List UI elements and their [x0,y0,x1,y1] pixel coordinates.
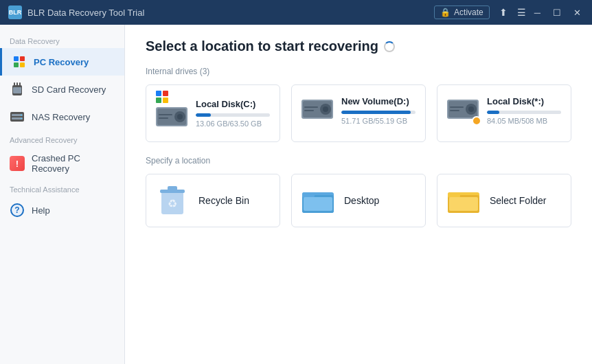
sidebar: Data Recovery PC Recovery [0,25,125,364]
drive-card-local-disk-star[interactable]: Local Disk(*:) 84.05 MB/508 MB [437,84,571,142]
drive-size-c: 13.06 GB/63.50 GB [196,120,270,128]
drives-grid: Local Disk(C:) 13.06 GB/63.50 GB [146,84,571,142]
svg-point-9 [21,118,22,120]
svg-rect-39 [449,197,478,211]
location-card-desktop[interactable]: Desktop [291,174,426,227]
crashed-pc-icon: ! [10,156,25,171]
svg-rect-26 [450,106,464,108]
nas-icon [10,109,25,124]
drive-icon-area-star [447,98,479,123]
sd-card-recovery-label: SD Card Recovery [32,84,106,95]
select-folder-label: Select Folder [490,195,546,206]
crashed-pc-recovery-label: Crashed PC Recovery [32,153,115,174]
sidebar-item-crashed-pc-recovery[interactable]: ! Crashed PC Recovery [0,147,124,180]
location-grid: ♻ Recycle Bin Desktop [146,174,571,227]
drive-usage-fill-c [196,113,211,117]
recycle-bin-label: Recycle Bin [198,195,249,206]
svg-rect-35 [304,197,332,211]
minimize-button[interactable]: ─ [532,8,543,18]
title-bar-actions: 🔒 Activate ⬆ ☰ [434,5,526,19]
drive-name-d: New Volume(D:) [341,96,415,106]
svg-rect-1 [14,82,15,87]
specify-location-label: Specify a location [146,156,571,166]
sidebar-section-data-recovery: Data Recovery [0,32,124,48]
sd-card-icon [10,82,25,97]
page-title: Select a location to start recovering [146,38,571,54]
svg-point-8 [21,115,22,116]
svg-rect-4 [13,87,21,93]
svg-rect-27 [450,110,459,111]
sidebar-section-advanced-recovery: Advanced Recovery [0,130,124,147]
svg-rect-30 [168,186,177,191]
hdd-icon-c [156,106,187,128]
drive-card-local-disk-c[interactable]: Local Disk(C:) 13.06 GB/63.50 GB [146,84,280,142]
yellow-dot-indicator [472,116,481,126]
desktop-folder-icon [301,185,334,216]
help-icon: ? [10,203,25,218]
svg-point-19 [323,106,328,112]
drive-info-star: Local Disk(*:) 84.05 MB/508 MB [487,96,561,125]
sidebar-item-nas-recovery[interactable]: NAS Recovery [0,103,124,130]
app-logo: BLR [8,5,22,19]
app-body: Data Recovery PC Recovery [0,25,592,364]
pc-icon [12,54,27,69]
title-bar: BLR BLR Data Recovery Tool Trial 🔒 Activ… [0,0,592,25]
pc-recovery-label: PC Recovery [34,57,89,67]
help-label: Help [32,205,50,216]
activate-button[interactable]: 🔒 Activate [434,5,490,19]
location-card-recycle-bin[interactable]: ♻ Recycle Bin [146,174,280,227]
app-title: BLR Data Recovery Tool Trial [27,8,434,18]
loading-spinner [384,41,395,52]
svg-rect-21 [304,110,314,111]
svg-rect-34 [302,192,315,198]
main-content: Select a location to start recovering In… [125,25,592,364]
internal-drives-label: Internal drives (3) [146,67,571,76]
drive-usage-bar-c [196,113,270,117]
drive-card-new-volume-d[interactable]: New Volume(D:) 51.71 GB/55.19 GB [291,84,426,142]
activate-label: Activate [454,8,483,17]
drive-usage-fill-d [341,111,411,114]
drive-icon-area-c [156,96,187,130]
svg-point-25 [468,106,474,112]
sidebar-section-technical-assistance: Technical Assistance [0,180,124,196]
drive-icon-area-d [301,98,333,123]
svg-rect-3 [19,82,21,87]
hdd-icon-d [301,98,333,120]
select-folder-icon [447,185,480,216]
window-controls: ─ ☐ ✕ [532,8,584,18]
sidebar-item-sd-card-recovery[interactable]: SD Card Recovery [0,76,124,103]
drive-name-c: Local Disk(C:) [196,99,270,109]
svg-text:♻: ♻ [168,198,177,209]
lock-icon: 🔒 [440,8,451,17]
svg-rect-14 [159,114,172,115]
svg-rect-38 [448,192,460,198]
svg-rect-5 [10,112,24,122]
drive-info-c: Local Disk(C:) 13.06 GB/63.50 GB [196,99,270,128]
svg-point-13 [177,114,183,120]
svg-rect-20 [304,106,318,108]
svg-rect-2 [16,82,18,87]
drive-size-d: 51.71 GB/55.19 GB [341,117,415,125]
drive-info-d: New Volume(D:) 51.71 GB/55.19 GB [341,96,415,125]
logo-text: BLR [9,9,22,16]
sidebar-item-help[interactable]: ? Help [0,196,124,224]
upload-icon[interactable]: ⬆ [499,7,508,18]
page-title-text: Select a location to start recovering [146,38,378,54]
svg-rect-15 [159,117,168,119]
recycle-bin-icon: ♻ [156,185,189,216]
drive-name-star: Local Disk(*:) [487,96,561,106]
menu-icon[interactable]: ☰ [517,7,526,18]
drive-usage-bar-d [341,111,415,114]
drive-usage-bar-star [487,111,561,114]
sidebar-item-pc-recovery[interactable]: PC Recovery [0,48,124,76]
close-button[interactable]: ✕ [571,8,584,18]
maximize-button[interactable]: ☐ [550,8,564,18]
location-card-select-folder[interactable]: Select Folder [437,174,571,227]
drive-usage-fill-star [487,111,499,114]
nas-recovery-label: NAS Recovery [32,112,90,122]
desktop-label: Desktop [344,195,379,206]
drive-size-star: 84.05 MB/508 MB [487,117,561,125]
